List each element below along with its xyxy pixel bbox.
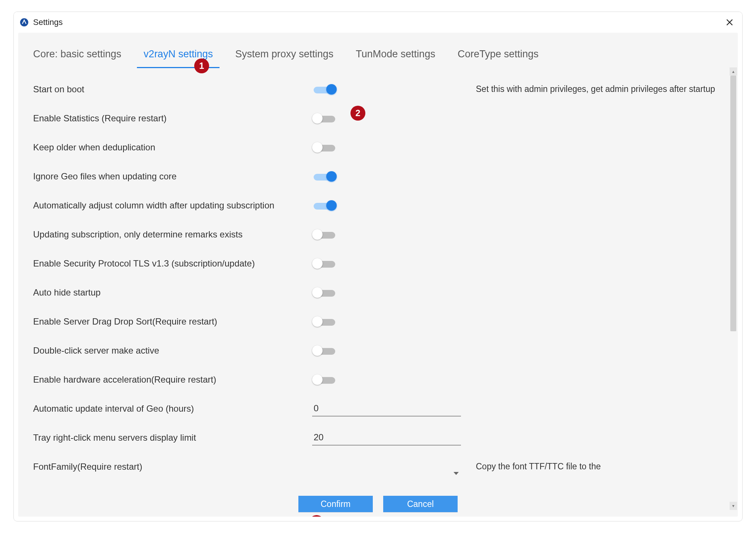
toggle-thumb: [312, 316, 323, 327]
scroll-up-arrow-icon[interactable]: ▴: [730, 67, 737, 76]
setting-description: Copy the font TTF/TTC file to the: [476, 461, 723, 472]
toggle-thumb: [312, 142, 323, 153]
scrollbar[interactable]: ▴ ▾: [730, 67, 737, 510]
setting-label: Enable hardware acceleration(Require res…: [33, 374, 308, 385]
tab-coretype[interactable]: CoreType settings: [458, 42, 539, 67]
setting-label: Updating subscription, only determine re…: [33, 229, 308, 240]
setting-row-hw-accel: Enable hardware acceleration(Require res…: [33, 365, 723, 394]
setting-label: Tray right-click menu servers display li…: [33, 433, 308, 443]
close-icon: [726, 19, 733, 26]
toggle-start-on-boot[interactable]: [312, 84, 337, 95]
setting-control: [312, 171, 472, 182]
setting-control: [312, 229, 472, 240]
setting-control: [312, 258, 472, 269]
setting-row-ignore-geo: Ignore Geo files when updating core: [33, 162, 723, 191]
setting-label: Double-click server make active: [33, 345, 308, 356]
toggle-thumb: [312, 229, 323, 240]
setting-row-keep-older-dedup: Keep older when deduplication: [33, 133, 723, 162]
annotation-marker-1: 1: [194, 58, 209, 73]
toggle-thumb: [312, 113, 323, 124]
setting-label: Automatic update interval of Geo (hours): [33, 403, 308, 414]
toggle-thumb: [312, 345, 323, 356]
setting-row-geo-interval: Automatic update interval of Geo (hours): [33, 394, 723, 423]
toggle-thumb: [326, 171, 337, 182]
setting-control: [312, 430, 472, 446]
confirm-button[interactable]: Confirm: [298, 496, 373, 512]
setting-row-drag-drop-sort: Enable Server Drag Drop Sort(Require res…: [33, 307, 723, 336]
toggle-drag-drop-sort[interactable]: [312, 316, 337, 327]
setting-control: [312, 316, 472, 327]
setting-row-start-on-boot: Start on bootSet this with admin privile…: [33, 75, 723, 104]
toggle-thumb: [312, 374, 323, 385]
toggle-dblclick-active[interactable]: [312, 345, 337, 356]
setting-row-enable-statistics: Enable Statistics (Require restart): [33, 104, 723, 133]
tab-tunmode[interactable]: TunMode settings: [356, 42, 435, 67]
annotation-marker-2: 2: [350, 106, 365, 121]
setting-row-auto-hide-startup: Auto hide startup: [33, 278, 723, 307]
setting-label: Automatically adjust column width after …: [33, 200, 308, 211]
setting-control: [312, 401, 472, 416]
toggle-thumb: [326, 200, 337, 211]
setting-label: FontFamily(Require restart): [33, 462, 308, 472]
settings-body: 1 2 3 Core: basic settingsv2rayN setting…: [18, 33, 738, 517]
scrollbar-thumb[interactable]: [730, 76, 736, 331]
setting-description: Set this with admin privileges, get admi…: [476, 84, 723, 95]
setting-label: Enable Security Protocol TLS v1.3 (subsc…: [33, 258, 308, 269]
scrollbar-track[interactable]: [730, 76, 737, 502]
setting-row-dblclick-active: Double-click server make active: [33, 336, 723, 365]
titlebar: Settings: [14, 12, 742, 33]
tabs-bar: Core: basic settingsv2rayN settingsSyste…: [18, 33, 738, 67]
setting-control: [312, 287, 472, 298]
toggle-keep-older-dedup[interactable]: [312, 142, 337, 153]
setting-control: [312, 200, 472, 211]
setting-row-font-family: FontFamily(Require restart)Copy the font…: [33, 452, 723, 481]
toggle-thumb: [312, 287, 323, 298]
setting-control: [312, 142, 472, 153]
setting-label: Start on boot: [33, 84, 308, 95]
toggle-auto-hide-startup[interactable]: [312, 287, 337, 298]
setting-label: Enable Server Drag Drop Sort(Require res…: [33, 316, 308, 327]
setting-label: Auto hide startup: [33, 287, 308, 298]
scroll-down-arrow-icon[interactable]: ▾: [730, 502, 737, 510]
setting-row-sub-remarks-only: Updating subscription, only determine re…: [33, 220, 723, 249]
settings-content: Start on bootSet this with admin privile…: [33, 75, 723, 517]
toggle-ignore-geo[interactable]: [312, 171, 337, 182]
tab-core-basic[interactable]: Core: basic settings: [33, 42, 121, 67]
setting-row-auto-adjust-col: Automatically adjust column width after …: [33, 191, 723, 220]
setting-row-tls13: Enable Security Protocol TLS v1.3 (subsc…: [33, 249, 723, 278]
toggle-hw-accel[interactable]: [312, 374, 337, 385]
setting-label: Keep older when deduplication: [33, 142, 308, 153]
close-button[interactable]: [723, 16, 736, 29]
setting-control: [312, 345, 472, 356]
toggle-auto-adjust-col[interactable]: [312, 200, 337, 211]
input-geo-interval[interactable]: [312, 401, 461, 416]
toggle-enable-statistics[interactable]: [312, 113, 337, 124]
setting-control: [312, 84, 472, 95]
window-title: Settings: [33, 17, 63, 27]
setting-row-tray-limit: Tray right-click menu servers display li…: [33, 423, 723, 452]
setting-label: Ignore Geo files when updating core: [33, 171, 308, 182]
cancel-button[interactable]: Cancel: [383, 496, 458, 512]
toggle-thumb: [312, 258, 323, 269]
input-tray-limit[interactable]: [312, 430, 461, 446]
toggle-sub-remarks-only[interactable]: [312, 229, 337, 240]
settings-window: Settings 1 2 3 Core: basic settingsv2ray…: [13, 12, 743, 521]
toggle-thumb: [326, 84, 337, 95]
app-icon: [20, 18, 29, 27]
setting-control: [312, 113, 472, 124]
setting-control: [312, 374, 472, 385]
setting-label: Enable Statistics (Require restart): [33, 113, 308, 124]
toggle-tls13[interactable]: [312, 258, 337, 269]
tab-system-proxy[interactable]: System proxy settings: [235, 42, 333, 67]
content-wrap: Start on bootSet this with admin privile…: [18, 67, 738, 517]
